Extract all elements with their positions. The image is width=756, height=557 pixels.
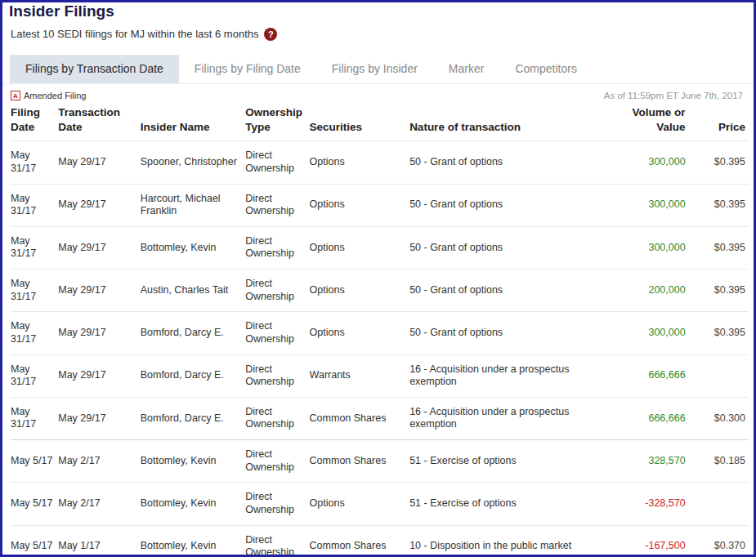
as-of-timestamp: As of 11:59pm ET June 7th, 2017 [604, 91, 743, 100]
col-header-insider-name: Insider Name [141, 104, 246, 141]
tab-filings-by-transaction-date[interactable]: Filings by Transaction Date [10, 55, 179, 83]
amended-filing-icon: A [11, 91, 20, 100]
cell-filing-date: May 31/17 [11, 312, 58, 354]
table-meta-row: A Amended Filing As of 11:59pm ET June 7… [2, 84, 754, 100]
cell-volume-or-value: -328,570 [615, 483, 688, 525]
cell-insider-name: Bomford, Darcy E. [141, 312, 246, 354]
col-header-ownership-type: Ownership Type [245, 104, 309, 141]
filings-table: Filing Date Transaction Date Insider Nam… [11, 104, 749, 557]
cell-nature-of-transaction: 50 - Grant of options [409, 270, 615, 312]
cell-price: $0.395 [689, 312, 749, 354]
tab-marker[interactable]: Marker [433, 55, 500, 83]
cell-insider-name: Bomford, Darcy E. [141, 354, 246, 397]
cell-filing-date: May 31/17 [11, 354, 58, 397]
cell-insider-name: Bomford, Darcy E. [141, 397, 246, 439]
col-header-volume: Volume or Value [615, 104, 688, 141]
cell-filing-date: May 31/17 [11, 270, 58, 312]
cell-filing-date: May 5/17 [11, 440, 58, 483]
cell-ownership-type: Direct Ownership [245, 483, 309, 525]
cell-insider-name: Harcourt, Michael Franklin [141, 184, 246, 226]
cell-nature-of-transaction: 50 - Grant of options [409, 312, 615, 354]
cell-nature-of-transaction: 51 - Exercise of options [409, 440, 615, 483]
cell-filing-date: May 5/17 [11, 483, 58, 525]
cell-ownership-type: Direct Ownership [245, 312, 309, 354]
cell-volume-or-value: 200,000 [615, 270, 688, 312]
tab-bar: Filings by Transaction DateFilings by Fi… [2, 55, 754, 84]
table-row: May 31/17May 29/17Bottomley, KevinDirect… [11, 226, 749, 269]
header-line: Date [58, 120, 136, 135]
cell-securities: Common Shares [310, 397, 410, 439]
header-line: Filing [11, 105, 55, 120]
table-row: May 31/17May 29/17Harcourt, Michael Fran… [11, 184, 749, 226]
cell-filing-date: May 31/17 [11, 397, 58, 439]
cell-price: $0.395 [689, 141, 749, 184]
cell-volume-or-value: 300,000 [615, 141, 688, 184]
cell-nature-of-transaction: 16 - Acquisition under a prospectus exem… [409, 354, 615, 397]
cell-nature-of-transaction: 50 - Grant of options [409, 141, 615, 184]
cell-volume-or-value: 666,666 [615, 397, 688, 439]
cell-ownership-type: Direct Ownership [245, 141, 309, 184]
cell-transaction-date: May 29/17 [58, 226, 140, 269]
tab-filings-by-filing-date[interactable]: Filings by Filing Date [179, 55, 316, 83]
cell-price: $0.395 [689, 184, 749, 226]
cell-filing-date: May 31/17 [11, 226, 58, 269]
cell-insider-name: Bottomley, Kevin [141, 525, 246, 557]
cell-price: $0.395 [689, 226, 749, 269]
cell-nature-of-transaction: 10 - Disposition in the public market [409, 525, 615, 557]
cell-transaction-date: May 1/17 [58, 525, 140, 557]
cell-transaction-date: May 2/17 [58, 483, 140, 525]
cell-securities: Common Shares [310, 440, 410, 483]
cell-ownership-type: Direct Ownership [245, 184, 309, 226]
subtitle-row: Latest 10 SEDI filings for MJ within the… [2, 20, 754, 41]
cell-ownership-type: Direct Ownership [245, 440, 309, 483]
cell-insider-name: Bottomley, Kevin [141, 226, 246, 269]
cell-securities: Common Shares [310, 525, 410, 557]
cell-securities: Options [310, 270, 410, 312]
table-row: May 5/17May 2/17Bottomley, KevinDirect O… [11, 483, 749, 525]
table-row: May 31/17May 29/17Austin, Charles TaitDi… [11, 270, 749, 312]
cell-securities: Options [310, 483, 410, 525]
table-row: May 31/17May 29/17Spooner, ChristopherDi… [11, 141, 749, 184]
header-line: Transaction [58, 105, 136, 120]
cell-filing-date: May 31/17 [11, 141, 58, 184]
header-line: Volume or [615, 105, 685, 120]
cell-nature-of-transaction: 51 - Exercise of options [409, 483, 615, 525]
cell-volume-or-value: -167,500 [615, 525, 688, 557]
cell-ownership-type: Direct Ownership [245, 525, 309, 557]
cell-insider-name: Austin, Charles Tait [141, 270, 246, 312]
table-header-row: Filing Date Transaction Date Insider Nam… [11, 104, 749, 141]
cell-price [689, 483, 749, 525]
header-line: Type [245, 120, 306, 135]
table-row: May 5/17May 1/17Bottomley, KevinDirect O… [11, 525, 749, 557]
cell-nature-of-transaction: 50 - Grant of options [409, 226, 615, 269]
cell-ownership-type: Direct Ownership [245, 397, 309, 439]
tab-competitors[interactable]: Competitors [499, 55, 592, 83]
cell-transaction-date: May 29/17 [58, 141, 140, 184]
table-row: May 31/17May 29/17Bomford, Darcy E.Direc… [11, 312, 749, 354]
table-row: May 31/17May 29/17Bomford, Darcy E.Direc… [11, 354, 749, 397]
cell-securities: Options [310, 141, 410, 184]
cell-transaction-date: May 29/17 [58, 312, 140, 354]
cell-ownership-type: Direct Ownership [245, 270, 309, 312]
header-line: Value [615, 120, 685, 135]
cell-volume-or-value: 300,000 [615, 226, 688, 269]
page-title: Insider Filings [2, 2, 754, 20]
cell-price: $0.300 [689, 397, 749, 439]
cell-transaction-date: May 29/17 [58, 354, 140, 397]
col-header-nature: Nature of transaction [409, 104, 615, 141]
insider-filings-panel: Insider Filings Latest 10 SEDI filings f… [0, 0, 756, 557]
cell-insider-name: Bottomley, Kevin [141, 483, 246, 525]
col-header-transaction-date: Transaction Date [58, 104, 140, 141]
tab-filings-by-insider[interactable]: Filings by Insider [316, 55, 433, 83]
help-icon[interactable]: ? [264, 28, 277, 41]
cell-transaction-date: May 29/17 [58, 397, 140, 439]
cell-price [689, 354, 749, 397]
cell-ownership-type: Direct Ownership [245, 354, 309, 397]
header-line: Ownership [245, 105, 306, 120]
cell-transaction-date: May 29/17 [58, 270, 140, 312]
cell-filing-date: May 31/17 [11, 184, 58, 226]
col-header-price: Price [689, 104, 749, 141]
table-row: May 31/17May 29/17Bomford, Darcy E.Direc… [11, 397, 749, 439]
cell-volume-or-value: 328,570 [615, 440, 688, 483]
cell-volume-or-value: 300,000 [615, 184, 688, 226]
